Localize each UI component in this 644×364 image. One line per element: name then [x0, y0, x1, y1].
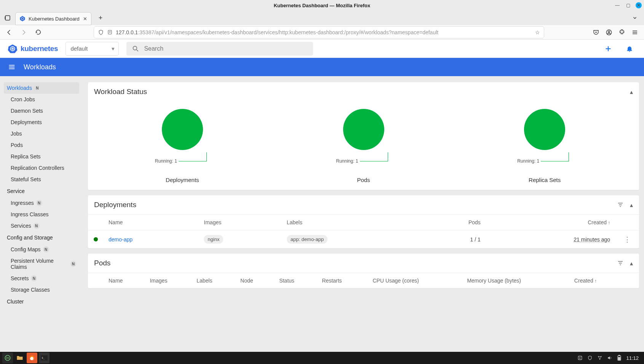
page-info-icon[interactable] [107, 29, 113, 35]
donut-icon [343, 109, 384, 150]
col-images[interactable]: Images [144, 273, 191, 289]
sidebar-item-deployments[interactable]: Deployments [4, 117, 79, 128]
card-title: Deployments [94, 201, 136, 209]
sidebar-item-jobs[interactable]: Jobs [4, 128, 79, 139]
extensions-icon[interactable] [618, 29, 626, 36]
col-name[interactable]: Name [103, 273, 144, 289]
reload-button[interactable] [32, 26, 44, 38]
image-chip: nginx [204, 235, 223, 244]
namespace-value: default [70, 45, 88, 52]
sidebar-item-ingress-classes[interactable]: Ingress Classes [4, 209, 79, 220]
shield-icon[interactable] [98, 29, 104, 35]
all-tabs-button[interactable] [630, 13, 640, 23]
deployment-name-link[interactable]: demo-app [109, 236, 133, 243]
badge-n: N [34, 85, 40, 91]
start-menu-icon[interactable]: lm [2, 353, 13, 363]
account-icon[interactable] [605, 29, 613, 36]
chart-deployments: Running: 1 Deployments [96, 109, 269, 183]
col-labels[interactable]: Labels [281, 215, 423, 230]
hamburger-menu-icon[interactable] [631, 29, 639, 36]
sidebar-heading-workloads[interactable]: Workloads N [4, 82, 79, 94]
col-status[interactable]: Status [274, 273, 316, 289]
tray-clock[interactable]: 11:12 [626, 355, 639, 361]
col-restarts[interactable]: Restarts [316, 273, 367, 289]
sidebar-heading-cluster[interactable]: Cluster [4, 295, 79, 308]
col-pods[interactable]: Pods [423, 215, 486, 230]
url-bar[interactable]: 127.0.0.1:35387/api/v1/namespaces/kubern… [94, 26, 544, 38]
sidebar-item-config-maps[interactable]: Config MapsN [4, 244, 79, 255]
donut-icon [524, 109, 565, 150]
sidebar-item-replication-controllers[interactable]: Replication Controllers [4, 162, 79, 174]
svg-marker-2 [20, 16, 25, 21]
tray-shield-icon[interactable] [587, 355, 593, 361]
collapse-icon[interactable]: ▴ [630, 260, 633, 267]
tab-close-icon[interactable]: ✕ [83, 16, 87, 22]
forward-button[interactable] [18, 26, 30, 38]
sidebar-item-pods[interactable]: Pods [4, 139, 79, 151]
sidebar-item-replica-sets[interactable]: Replica Sets [4, 151, 79, 162]
donut-icon [162, 109, 203, 150]
namespace-select[interactable]: default ▾ [66, 42, 119, 56]
tray-network-icon[interactable] [597, 355, 602, 361]
k8s-header: kubernetes default ▾ [0, 40, 644, 58]
col-created[interactable]: Created↑ [486, 215, 615, 230]
browser-tab[interactable]: Kubernetes Dashboard ✕ [15, 12, 91, 25]
col-cpu[interactable]: CPU Usage (cores) [367, 273, 462, 289]
sidebar-item-ingresses[interactable]: IngressesN [4, 197, 79, 209]
col-created[interactable]: Created↑ [569, 273, 624, 289]
pods-card: Pods ▴ Name Images Labels Node Status Re… [88, 254, 639, 288]
collapse-icon[interactable]: ▴ [630, 201, 633, 209]
new-tab-button[interactable]: + [95, 13, 106, 23]
minimize-icon[interactable]: — [614, 2, 620, 8]
k8s-logo[interactable]: kubernetes [8, 44, 58, 54]
sidebar-heading-service[interactable]: Service [4, 185, 79, 197]
sidebar: Workloads N Cron Jobs Daemon Sets Deploy… [0, 76, 83, 352]
browser-tab-strip: Kubernetes Dashboard ✕ + [0, 11, 644, 25]
recent-tabs-icon[interactable] [2, 13, 13, 23]
back-button[interactable] [3, 26, 15, 38]
create-button[interactable] [601, 42, 615, 56]
filter-icon[interactable] [617, 260, 624, 267]
search-box[interactable] [126, 42, 313, 56]
collapse-icon[interactable]: ▴ [630, 88, 633, 96]
window-title: Kubernetes Dashboard — Mozilla Firefox [274, 3, 371, 8]
notifications-icon[interactable] [623, 42, 636, 56]
svg-point-20 [133, 46, 137, 50]
os-titlebar: Kubernetes Dashboard — Mozilla Firefox —… [0, 0, 644, 11]
sidebar-heading-config[interactable]: Config and Storage [4, 231, 79, 244]
maximize-icon[interactable]: ▢ [625, 2, 631, 8]
save-to-pocket-icon[interactable] [592, 29, 600, 36]
sidebar-item-daemon-sets[interactable]: Daemon Sets [4, 105, 79, 117]
status-dot-icon [94, 237, 98, 241]
sidebar-item-services[interactable]: ServicesN [4, 220, 79, 231]
sidebar-item-secrets[interactable]: SecretsN [4, 273, 79, 284]
svg-rect-44 [618, 357, 621, 360]
search-input[interactable] [144, 45, 308, 52]
sidebar-item-pvc[interactable]: Persistent Volume ClaimsN [4, 255, 79, 273]
svg-point-8 [608, 31, 610, 33]
col-node[interactable]: Node [235, 273, 274, 289]
col-mem[interactable]: Memory Usage (bytes) [462, 273, 569, 289]
sidebar-item-cron-jobs[interactable]: Cron Jobs [4, 94, 79, 105]
row-menu-icon[interactable]: ⋮ [621, 236, 634, 243]
tray-volume-icon[interactable] [607, 355, 612, 361]
svg-rect-43 [619, 355, 620, 356]
close-icon[interactable]: ✕ [636, 2, 642, 8]
sidebar-item-storage-classes[interactable]: Storage Classes [4, 284, 79, 295]
col-labels[interactable]: Labels [191, 273, 235, 289]
sidebar-toggle-icon[interactable] [8, 63, 16, 71]
terminal-icon[interactable]: $_ [39, 353, 50, 363]
bookmark-star-icon[interactable]: ☆ [535, 29, 540, 35]
k8s-logo-icon [8, 44, 18, 54]
tray-update-icon[interactable] [577, 355, 583, 361]
col-name[interactable]: Name [103, 215, 198, 230]
k8s-logo-text: kubernetes [21, 45, 58, 53]
page-title: Workloads [24, 63, 56, 71]
svg-line-21 [137, 49, 138, 51]
sidebar-item-stateful-sets[interactable]: Stateful Sets [4, 174, 79, 185]
filter-icon[interactable] [617, 201, 624, 209]
tray-battery-icon[interactable] [617, 355, 622, 361]
file-manager-icon[interactable] [14, 353, 25, 363]
firefox-icon[interactable] [27, 353, 37, 363]
col-images[interactable]: Images [198, 215, 281, 230]
